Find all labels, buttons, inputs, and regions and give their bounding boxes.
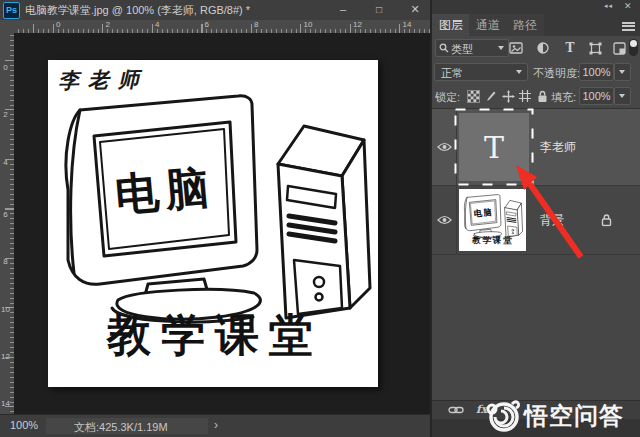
visibility-toggle[interactable] bbox=[432, 186, 457, 254]
ruler-number: 4 bbox=[155, 20, 159, 29]
filter-on-off-toggle[interactable] bbox=[629, 39, 638, 56]
status-options-chevron[interactable]: › bbox=[214, 418, 218, 432]
maximize-button[interactable]: □ bbox=[366, 0, 392, 20]
ruler-number: 4 bbox=[1, 159, 10, 166]
lock-position-icon[interactable] bbox=[501, 89, 515, 103]
title-bar[interactable]: Ps 电脑教学课堂.jpg @ 100% (李老师, RGB/8#) * – □… bbox=[0, 0, 430, 21]
fill-value-field[interactable]: 100% bbox=[579, 87, 614, 105]
fill-dropdown-button[interactable] bbox=[614, 87, 631, 105]
horizontal-ruler[interactable]: 02468101214 bbox=[14, 20, 430, 34]
search-icon bbox=[439, 43, 449, 53]
status-bar: 100% 文档:425.3K/1.19M › bbox=[0, 414, 430, 437]
ruler-number: 0 bbox=[56, 20, 60, 29]
ruler-number: 12 bbox=[353, 20, 362, 29]
document-title: 电脑教学课堂.jpg @ 100% (李老师, RGB/8#) * bbox=[25, 0, 250, 20]
ruler-number: 6 bbox=[1, 211, 10, 218]
ruler-number: 8 bbox=[254, 20, 258, 29]
link-layers-icon[interactable] bbox=[448, 405, 464, 415]
eye-icon bbox=[437, 142, 452, 152]
watermark-logo-icon bbox=[484, 396, 524, 436]
opacity-value-field[interactable]: 100% bbox=[579, 63, 614, 81]
ruler-number: 12 bbox=[1, 353, 10, 360]
vertical-ruler[interactable]: 02468101214 bbox=[0, 33, 15, 414]
zoom-level-field[interactable]: 100% bbox=[10, 419, 38, 431]
lock-image-pixels-icon[interactable] bbox=[484, 89, 498, 103]
ruler-number: 2 bbox=[1, 111, 10, 118]
layer-row-background[interactable]: 背景 bbox=[432, 186, 640, 255]
panel-menu-icon[interactable] bbox=[622, 22, 635, 31]
thumbnail-art bbox=[459, 189, 526, 251]
tab-channels[interactable]: 通道 bbox=[469, 14, 507, 36]
lock-label: 锁定: bbox=[435, 90, 460, 105]
background-lock-icon[interactable] bbox=[601, 214, 612, 227]
filter-adjustment-layers-icon[interactable] bbox=[535, 40, 551, 56]
lock-artboard-icon[interactable] bbox=[518, 89, 532, 103]
minimize-button[interactable]: – bbox=[330, 0, 356, 20]
document-size-text: 文档:425.3K/1.19M bbox=[74, 420, 168, 435]
eye-icon bbox=[437, 215, 452, 225]
photoshop-logo-icon: Ps bbox=[3, 2, 20, 19]
ruler-number: 10 bbox=[304, 20, 313, 29]
lock-row: 锁定: 填充: 100% bbox=[432, 84, 640, 108]
layer-filter-row: 类型 T bbox=[432, 36, 640, 60]
fill-label: 填充: bbox=[551, 90, 576, 105]
ruler-number: 8 bbox=[1, 258, 10, 265]
background-layer-thumbnail[interactable] bbox=[459, 189, 526, 251]
ruler-number: 10 bbox=[1, 306, 10, 313]
ruler-origin-box[interactable] bbox=[0, 20, 15, 34]
ruler-number: 0 bbox=[1, 64, 10, 71]
ruler-number: 6 bbox=[205, 20, 209, 29]
canvas[interactable]: 李老师 bbox=[48, 60, 378, 387]
document-info-field[interactable]: 文档:425.3K/1.19M bbox=[46, 418, 208, 434]
close-button[interactable]: ✕ bbox=[402, 0, 428, 20]
tab-layers[interactable]: 图层 bbox=[432, 14, 470, 36]
ruler-major-ticks bbox=[14, 24, 430, 33]
panel-tabs: 图层 通道 路径 bbox=[432, 14, 640, 36]
watermark-text: 悟空问答 bbox=[524, 400, 624, 432]
layer-row-text[interactable]: T 李老师 bbox=[432, 109, 640, 186]
chevron-down-icon bbox=[498, 46, 504, 50]
ruler-number: 2 bbox=[106, 20, 110, 29]
blend-mode-value: 正常 bbox=[441, 66, 463, 81]
opacity-label: 不透明度: bbox=[533, 66, 580, 81]
screen-text: 电脑 bbox=[113, 162, 217, 220]
blend-mode-dropdown[interactable]: 正常 bbox=[434, 63, 528, 81]
layers-list: T 李老师 背景 bbox=[432, 108, 640, 401]
filter-kind-dropdown[interactable]: 类型 bbox=[435, 39, 509, 57]
panel-dock-header: ◂◂ ✕ bbox=[432, 0, 640, 14]
panel-close-icon[interactable]: ✕ bbox=[624, 1, 632, 11]
lock-all-icon[interactable] bbox=[535, 89, 549, 103]
chevron-down-icon bbox=[516, 70, 522, 74]
ruler-number: 14 bbox=[403, 20, 412, 29]
filter-smart-objects-icon[interactable] bbox=[611, 40, 627, 56]
filter-pixel-layers-icon[interactable] bbox=[508, 40, 524, 56]
layers-panel: ◂◂ ✕ 图层 通道 路径 类型 T bbox=[432, 0, 640, 437]
lock-transparent-pixels-icon[interactable] bbox=[466, 89, 480, 103]
document-window: Ps 电脑教学课堂.jpg @ 100% (李老师, RGB/8#) * – □… bbox=[0, 0, 430, 437]
watermark: 悟空问答 bbox=[484, 395, 640, 437]
chevron-down-icon bbox=[619, 70, 625, 74]
opacity-dropdown-button[interactable] bbox=[614, 63, 631, 81]
collapse-panels-icon[interactable]: ◂◂ bbox=[604, 2, 613, 10]
layer-name: 李老师 bbox=[540, 139, 576, 156]
blend-mode-row: 正常 不透明度: 100% bbox=[432, 60, 640, 84]
filter-type-layers-icon[interactable]: T bbox=[562, 40, 578, 56]
ruler-number: 14 bbox=[1, 400, 10, 407]
filter-kind-label: 类型 bbox=[451, 42, 473, 57]
pasteboard: 李老师 bbox=[14, 33, 430, 414]
caption-text: 教学课堂 bbox=[106, 310, 323, 359]
chevron-down-icon bbox=[619, 94, 625, 98]
tab-paths[interactable]: 路径 bbox=[506, 14, 544, 36]
layer-name: 背景 bbox=[540, 212, 564, 229]
computer-sketch: 电脑 教学课堂 bbox=[48, 60, 378, 387]
filter-shape-layers-icon[interactable] bbox=[587, 40, 603, 56]
selection-dashed-border bbox=[454, 108, 534, 186]
text-layer-thumbnail[interactable]: T bbox=[459, 113, 529, 181]
